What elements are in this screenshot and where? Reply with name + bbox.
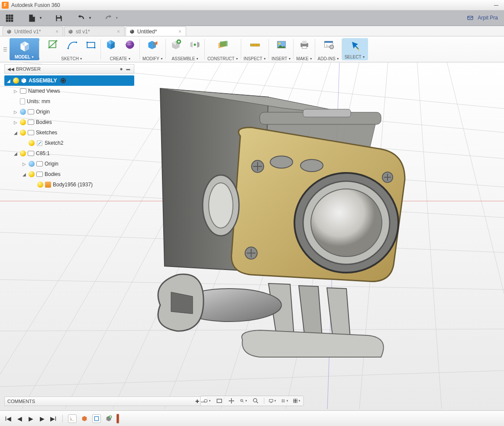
svg-point-14: [56, 40, 58, 42]
ribbon: MODEL▼ SKETCH▼ CREATE▼ MODIFY▼ ASSEMBLE▼…: [0, 36, 504, 62]
save-button[interactable]: [53, 12, 65, 24]
ribbon-modify[interactable]: MODIFY▼: [140, 36, 166, 62]
svg-rect-3: [6, 17, 8, 19]
inspect-measure-icon[interactable]: [248, 38, 262, 51]
sketch-create-icon[interactable]: [45, 38, 60, 51]
create-box-icon[interactable]: [103, 38, 118, 51]
data-panel-button[interactable]: [3, 12, 16, 24]
svg-point-19: [94, 47, 96, 49]
doc-tab-0[interactable]: Untitled v1*×: [3, 26, 63, 36]
svg-rect-29: [302, 46, 307, 49]
doc-tab-1[interactable]: stl v1*×: [64, 26, 125, 36]
svg-rect-31: [324, 41, 333, 43]
undo-dropdown-icon[interactable]: ▼: [88, 16, 92, 20]
redo-button[interactable]: [102, 12, 114, 24]
svg-rect-0: [6, 14, 8, 16]
modify-icon[interactable]: [145, 38, 160, 51]
assemble-new-icon[interactable]: [168, 38, 183, 51]
assemble-joint-icon[interactable]: [187, 38, 202, 51]
ribbon-addins[interactable]: ADD-INS▼: [315, 36, 342, 62]
ribbon-select[interactable]: SELECT▼: [342, 38, 368, 60]
ribbon-make[interactable]: MAKE▼: [294, 36, 315, 62]
file-dropdown-icon[interactable]: ▼: [39, 16, 42, 20]
svg-point-23: [194, 43, 196, 46]
svg-rect-5: [11, 17, 13, 19]
ribbon-sketch[interactable]: SKETCH▼: [43, 36, 101, 62]
sketch-rect-icon[interactable]: [84, 38, 98, 51]
app-icon: F: [2, 2, 9, 9]
document-tabs: Untitled v1*× stl v1*× Untitled*×: [0, 26, 504, 36]
app-title: Autodesk Fusion 360: [11, 2, 60, 8]
svg-rect-10: [57, 18, 61, 21]
svg-point-20: [126, 40, 134, 49]
create-sphere-icon[interactable]: [123, 38, 137, 51]
workspace-switcher[interactable]: MODEL▼: [10, 38, 39, 60]
close-icon[interactable]: ×: [178, 29, 181, 35]
svg-rect-28: [302, 41, 307, 44]
quick-access-toolbar: ▼ ▼ ▼ Arpit Pra: [0, 10, 504, 26]
svg-rect-8: [11, 20, 13, 22]
ribbon-inspect[interactable]: INSPECT▼: [241, 36, 269, 62]
svg-rect-4: [9, 17, 11, 19]
svg-point-13: [48, 47, 50, 49]
svg-point-26: [278, 42, 281, 45]
construct-plane-icon[interactable]: [216, 38, 230, 51]
svg-rect-6: [6, 20, 8, 22]
svg-point-15: [68, 48, 69, 49]
ribbon-create[interactable]: CREATE▼: [101, 36, 140, 62]
addins-icon[interactable]: [321, 38, 336, 51]
user-label[interactable]: Arpit Pra: [467, 15, 501, 22]
ribbon-construct[interactable]: CONSTRUCT▼: [205, 36, 241, 62]
minimize-button[interactable]: ─: [490, 1, 502, 10]
svg-point-16: [76, 42, 78, 43]
file-button[interactable]: [26, 12, 38, 24]
make-print-icon[interactable]: [297, 38, 312, 51]
doc-tab-2[interactable]: Untitled*×: [126, 26, 186, 36]
undo-button[interactable]: [75, 12, 87, 24]
select-icon[interactable]: [348, 40, 362, 53]
close-icon[interactable]: ×: [55, 29, 58, 35]
ribbon-assemble[interactable]: ASSEMBLE▼: [166, 36, 205, 62]
svg-rect-2: [11, 14, 13, 16]
redo-dropdown-icon[interactable]: ▼: [115, 16, 119, 20]
ribbon-drag-handle[interactable]: [3, 36, 10, 62]
ribbon-insert[interactable]: INSERT▼: [269, 36, 294, 62]
close-icon[interactable]: ×: [117, 29, 120, 35]
svg-rect-9: [57, 15, 60, 17]
svg-rect-17: [87, 42, 95, 48]
insert-decal-icon[interactable]: [274, 38, 289, 51]
svg-point-18: [87, 42, 88, 43]
title-bar: F Autodesk Fusion 360 ─: [0, 0, 504, 10]
sketch-line-icon[interactable]: [65, 38, 79, 51]
svg-rect-1: [9, 14, 11, 16]
svg-rect-7: [9, 20, 11, 22]
